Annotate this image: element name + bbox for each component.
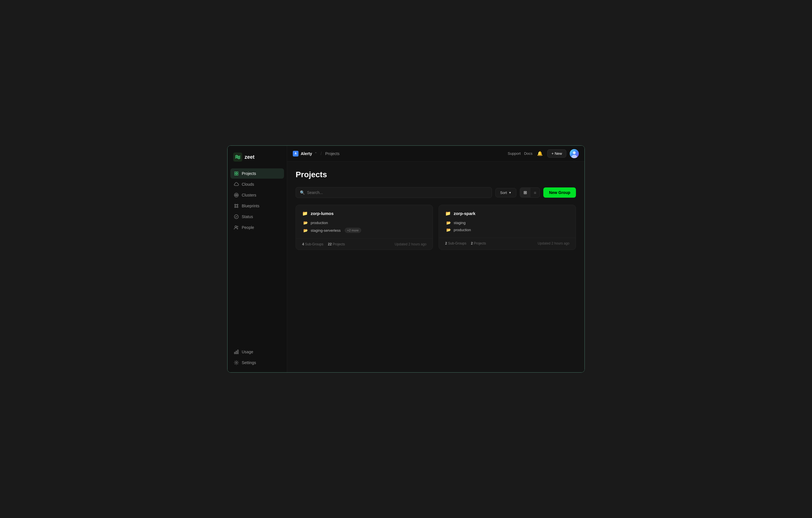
- sidebar-item-settings[interactable]: Settings: [230, 358, 284, 368]
- sidebar-item-status[interactable]: Status: [230, 212, 284, 222]
- breadcrumb-separator: /: [321, 151, 322, 156]
- sidebar-item-label-projects: Projects: [242, 171, 256, 176]
- projects-grid: 📁 zorp-lumos 📂 production 📂: [296, 205, 576, 250]
- svg-point-14: [237, 226, 238, 227]
- sidebar-item-clusters[interactable]: Clusters: [230, 190, 284, 200]
- sidebar-item-label-usage: Usage: [242, 350, 253, 354]
- projects-stat: 22 Projects: [328, 242, 345, 246]
- svg-rect-17: [237, 350, 238, 354]
- sidebar-bottom-nav: Usage Settings: [228, 347, 287, 368]
- svg-point-13: [235, 226, 237, 227]
- list-item: 📂 staging-serverless +2 more: [303, 228, 427, 233]
- svg-point-20: [573, 152, 576, 154]
- svg-rect-15: [234, 352, 235, 354]
- breadcrumb-page: Projects: [325, 152, 340, 156]
- sort-chevron-icon: ▼: [509, 191, 512, 194]
- user-avatar[interactable]: [570, 149, 579, 158]
- sidebar-item-projects[interactable]: Projects: [230, 168, 284, 179]
- svg-point-6: [235, 207, 236, 208]
- subfolder-icon: 📂: [303, 228, 308, 233]
- grid-view-button[interactable]: ⊞: [520, 188, 530, 197]
- list-icon: ≡: [534, 190, 536, 195]
- sidebar-item-usage[interactable]: Usage: [230, 347, 284, 357]
- sidebar-item-label-people: People: [242, 225, 254, 230]
- subfolder-icon: 📂: [446, 228, 451, 232]
- svg-point-7: [237, 207, 238, 208]
- sub-groups-stat: 2 Sub-Groups: [445, 241, 466, 245]
- card-footer: 2 Sub-Groups 2 Projects Updated 2 hours …: [439, 238, 576, 249]
- project-card-zorp-spark[interactable]: 📁 zorp-spark 📂 staging 📂 pro: [439, 205, 576, 250]
- card-title: zorp-spark: [454, 211, 475, 216]
- svg-rect-16: [236, 351, 237, 354]
- sidebar-item-people[interactable]: People: [230, 222, 284, 233]
- grid-icon: ⊞: [523, 190, 527, 195]
- folder-icon: 📁: [445, 211, 451, 216]
- card-footer: 4 Sub-Groups 22 Projects Updated 2 hours…: [296, 239, 433, 250]
- svg-point-18: [236, 362, 237, 363]
- docs-link[interactable]: Docs: [524, 152, 532, 156]
- subfolder-icon: 📂: [303, 221, 308, 225]
- list-view-button[interactable]: ≡: [530, 188, 540, 197]
- card-title: zorp-lumos: [311, 211, 334, 216]
- search-input[interactable]: [307, 190, 488, 195]
- sidebar-item-label-clouds: Clouds: [242, 182, 254, 187]
- page-title: Projects: [296, 170, 576, 179]
- app-window: zeet Projects Clouds: [227, 145, 585, 373]
- svg-point-4: [235, 204, 236, 205]
- updated-time: Updated 2 hours ago: [395, 242, 427, 246]
- item-name: production: [454, 228, 471, 232]
- updated-time: Updated 2 hours ago: [538, 241, 570, 245]
- sort-label: Sort: [500, 191, 507, 195]
- more-badge: +2 more: [345, 228, 361, 233]
- sidebar-item-label-blueprints: Blueprints: [242, 203, 259, 208]
- list-item: 📂 staging: [446, 221, 570, 225]
- main-content: Projects 🔍 Sort ▼ ⊞: [287, 162, 584, 372]
- list-item: 📂 production: [303, 221, 427, 225]
- projects-stat: 2 Projects: [471, 241, 486, 245]
- subfolder-icon: 📂: [446, 221, 451, 225]
- sidebar: zeet Projects Clouds: [228, 146, 287, 372]
- card-items: 📂 staging 📂 production: [445, 221, 570, 232]
- svg-point-5: [237, 204, 238, 205]
- notifications-bell-icon[interactable]: 🔔: [536, 150, 544, 157]
- sidebar-item-label-clusters: Clusters: [242, 193, 256, 197]
- app-header: A Alerty ⌃ / Projects Support Docs 🔔 + N…: [287, 146, 584, 162]
- search-box[interactable]: 🔍: [296, 187, 492, 198]
- folder-icon: 📁: [302, 211, 308, 216]
- sort-button[interactable]: Sort ▼: [495, 188, 516, 197]
- item-name: staging: [454, 221, 466, 225]
- sub-groups-stat: 4 Sub-Groups: [302, 242, 323, 246]
- support-link[interactable]: Support: [508, 152, 521, 156]
- toolbar: 🔍 Sort ▼ ⊞ ≡ New: [296, 187, 576, 198]
- sidebar-item-label-settings: Settings: [242, 360, 256, 365]
- card-items: 📂 production 📂 staging-serverless +2 mor…: [302, 221, 427, 233]
- sidebar-item-clouds[interactable]: Clouds: [230, 179, 284, 189]
- logo-text: zeet: [244, 154, 255, 160]
- search-icon: 🔍: [300, 190, 305, 195]
- view-toggle: ⊞ ≡: [520, 187, 540, 198]
- new-group-button[interactable]: New Group: [543, 187, 576, 198]
- sidebar-item-blueprints[interactable]: Blueprints: [230, 201, 284, 211]
- workspace-icon: A: [293, 151, 298, 157]
- workspace-name: Alerty: [301, 152, 312, 156]
- workspace-chevron-icon: ⌃: [314, 152, 317, 156]
- main-nav: Projects Clouds Clusters: [228, 168, 287, 347]
- workspace-selector[interactable]: A Alerty ⌃: [293, 151, 317, 157]
- new-button[interactable]: + New: [547, 149, 566, 158]
- item-name: production: [311, 221, 328, 225]
- logo: zeet: [228, 150, 287, 168]
- sidebar-item-label-status: Status: [242, 214, 253, 219]
- item-name: staging-serverless: [311, 228, 341, 233]
- list-item: 📂 production: [446, 228, 570, 232]
- project-card-zorp-lumos[interactable]: 📁 zorp-lumos 📂 production 📂: [296, 205, 433, 250]
